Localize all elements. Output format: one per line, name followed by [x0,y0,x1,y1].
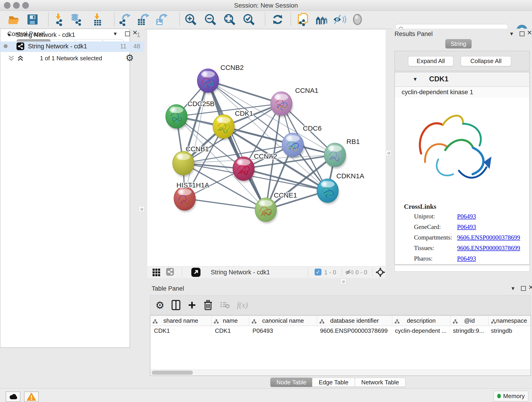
network-node-CDC6[interactable]: CDC6 [282,124,322,158]
network-node-CCNA1[interactable]: CCNA1 [271,87,318,117]
network-label: String Network - cdk1 [28,43,87,50]
import-database-icon[interactable] [69,13,83,26]
import-table-icon[interactable] [90,13,104,26]
network-node-CCNE1[interactable]: CCNE1 [255,191,297,223]
network-view-title: String Network - cdk1 [211,269,270,276]
warnings-button[interactable] [24,391,39,402]
column-header-description[interactable]: description [392,316,450,326]
protein-structure-image [411,102,498,194]
tab-edge-table[interactable]: Edge Table [312,378,355,387]
crosslink-label: Pharos: [414,255,433,262]
table-cell[interactable]: 9606.ENSP00000378699 [317,327,391,334]
refresh-icon[interactable] [271,13,285,26]
collapse-all-button[interactable]: Collapse All [461,56,511,66]
node-label-CDC6: CDC6 [303,124,322,132]
grid-view-icon[interactable] [152,268,161,277]
left-splitter-handle[interactable] [139,206,144,212]
node-label-CDK1: CDK1 [235,109,253,117]
column-header-name[interactable]: name [211,316,249,326]
clipboard-network-icon[interactable] [297,13,310,26]
open-session-icon[interactable] [7,13,21,26]
expand-all-tree-icon[interactable] [17,54,24,62]
node-table: shared namenamecanonical namedatabase id… [150,315,531,376]
column-header-shared-name[interactable]: shared name [150,316,211,326]
hidden-counts: 0 - 0 [355,269,367,276]
table-cell[interactable]: P06493 [249,327,317,334]
crosslink-label: GeneCard: [414,223,441,230]
birdseye-crosshair-icon[interactable] [375,268,385,277]
hierarchy-icon [152,318,158,325]
table-cell[interactable]: stringdb:9... [449,327,487,334]
network-options-gear-icon[interactable]: ⚙ [126,52,134,63]
right-splitter-handle[interactable] [386,150,391,156]
export-table-icon[interactable] [137,13,150,26]
cloud-button[interactable] [6,391,20,402]
tab-string[interactable]: String [445,39,472,48]
expand-all-button[interactable]: Expand All [408,56,453,66]
gene-expander-icon[interactable]: ▼ [413,76,418,82]
network-node-HIST1H1A[interactable]: HIST1H1A [174,181,209,212]
crosslink-link[interactable]: P06493 [457,213,476,220]
zoom-in-icon[interactable] [184,13,197,26]
tab-network-table[interactable]: Network Table [355,378,405,387]
table-cell[interactable]: cyclin-dependent ... [391,327,449,334]
gene-header-row[interactable]: ▼ CDK1 [395,72,530,87]
crosslink-link[interactable]: P06493 [457,223,476,230]
network-node-RB1[interactable]: RB1 [324,138,360,168]
export-image-icon[interactable] [155,13,169,26]
network-edge[interactable] [185,198,266,210]
column-header-canonical-name[interactable]: canonical name [249,316,317,326]
detach-view-icon[interactable] [191,268,201,277]
node-label-CCNB2: CCNB2 [220,64,244,71]
network-canvas[interactable]: CCNB2CCNA1CDC25BCDK1CDC6RB1CCNB1CCNA2CDK… [147,30,386,266]
tree-expander-icon[interactable]: ▼ [7,32,12,38]
network-row-selected[interactable]: String Network - cdk1 11 48 [0,41,144,52]
clear-table-icon [218,298,232,312]
zoom-fit-icon[interactable] [223,13,236,26]
first-neighbors-icon[interactable] [315,13,329,26]
zoom-selected-icon[interactable] [242,13,256,26]
collapse-all-tree-icon[interactable] [7,54,15,62]
network-edge[interactable] [185,81,208,198]
show-all-icon [351,13,364,26]
collapse-panel-icon[interactable]: ▼ [509,31,514,37]
export-network-icon[interactable] [118,13,132,26]
collapse-panel-icon[interactable]: ▼ [510,286,515,292]
results-scrollbar[interactable] [394,265,530,272]
column-header-database-identifier[interactable]: database identifier [317,316,392,326]
footer-separator [182,268,182,277]
crosslink-link[interactable]: 9606.ENSP00000378699 [457,234,520,241]
delete-column-icon[interactable] [201,298,215,312]
float-panel-icon[interactable] [521,286,526,291]
columns-icon[interactable] [169,298,183,312]
memory-button[interactable]: Memory [494,391,528,401]
save-session-icon[interactable] [26,13,39,26]
network-collection-row[interactable]: ▼ String Network - cdk1 1 [0,32,144,41]
hide-selected-icon[interactable] [333,13,346,26]
table-cell[interactable]: CDK1 [211,327,249,334]
crosslink-link[interactable]: 9606.ENSP00000378699 [457,245,520,252]
table-cell[interactable]: stringdb [487,327,531,334]
column-header--id[interactable]: @id [450,316,489,326]
share-view-icon[interactable] [166,268,174,276]
gene-symbol: CDK1 [429,75,448,83]
table-scrollbar-thumb[interactable] [152,370,193,375]
add-column-icon[interactable]: + [185,298,199,312]
network-node-CCNB1[interactable]: CCNB1 [172,145,209,177]
crosslink-label: Uniprot: [414,213,435,220]
import-network-icon[interactable] [52,13,66,26]
column-header-namespace[interactable]: namespace [489,316,531,326]
table-row[interactable]: CDK1CDK1P064939606.ENSP00000378699cyclin… [150,326,531,336]
float-panel-icon[interactable] [520,32,525,36]
selected-checkbox-icon[interactable]: ✓ [315,269,322,275]
table-cell[interactable]: CDK1 [150,327,211,334]
zoom-out-icon[interactable] [203,13,217,26]
table-scrollbar[interactable] [150,370,531,376]
network-node-CDKN1A[interactable]: CDKN1A [317,172,364,204]
bottom-splitter-handle[interactable] [341,279,346,284]
crosslink-link[interactable]: P06493 [457,255,476,262]
close-panel-icon[interactable]: ✕ [527,29,532,36]
tab-node-table[interactable]: Node Table [270,378,312,387]
table-settings-icon[interactable]: ⚙ [153,298,167,312]
close-panel-icon[interactable]: ✕ [528,284,532,291]
